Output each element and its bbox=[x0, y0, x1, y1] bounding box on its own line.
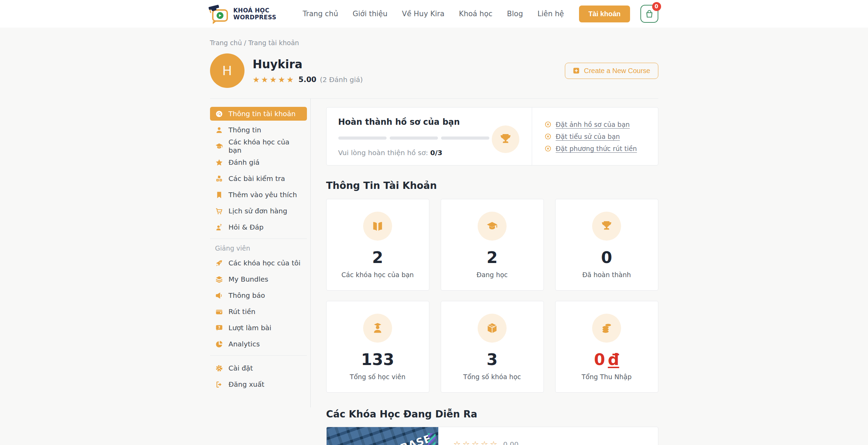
stat-label: Tổng số học viên bbox=[330, 373, 426, 381]
sidebar-item-settings[interactable]: Cài đặt bbox=[210, 361, 307, 375]
quiz-blocks-icon bbox=[215, 175, 223, 183]
completion-title: Hoàn thành hồ sơ của bạn bbox=[338, 117, 520, 127]
box-icon bbox=[478, 314, 507, 343]
ongoing-courses-title: Các Khóa Học Đang Diễn Ra bbox=[326, 408, 658, 420]
course-thumbnail[interactable]: DATABASE Khoá học Database WordPress Lập… bbox=[327, 427, 438, 445]
sidebar-item-label: Thêm vào yêu thích bbox=[229, 191, 297, 199]
shopping-bag-icon bbox=[645, 9, 654, 18]
layers-icon bbox=[215, 275, 223, 283]
breadcrumb: Trang chủ / Trang tài khoản bbox=[210, 39, 658, 47]
completion-note-text: Vui lòng hoàn thiện hồ sơ: bbox=[338, 149, 430, 157]
stat-card-total-courses: 3 Tổng số khóa học bbox=[441, 301, 544, 393]
profile-stars: ★★★★★ bbox=[253, 75, 295, 84]
set-bio-link[interactable]: Đặt tiểu sử của bạn bbox=[556, 133, 620, 140]
avatar: H bbox=[210, 53, 245, 88]
breadcrumb-home-link[interactable]: Trang chủ bbox=[210, 39, 242, 47]
logout-icon bbox=[215, 381, 223, 388]
profile-name: Huykira bbox=[253, 58, 363, 71]
stat-value: 0 bbox=[559, 248, 655, 267]
nav-item-ve-huy-kira[interactable]: Về Huy Kira bbox=[402, 10, 445, 18]
nav-item-home[interactable]: Trang chủ bbox=[303, 10, 338, 18]
logo-icon bbox=[210, 7, 229, 22]
account-info-title: Thông Tin Tài Khoản bbox=[326, 180, 658, 191]
stat-value: 133 bbox=[330, 350, 426, 369]
nav-item-about[interactable]: Giới thiệu bbox=[353, 10, 388, 18]
stats-grid: 2 Các khóa học của bạn 2 Đang học 0 Đã h… bbox=[326, 199, 658, 393]
sidebar-item-withdrawal[interactable]: Rút tiền bbox=[210, 305, 307, 318]
sidebar-item-dashboard[interactable]: Thông tin tài khoản bbox=[210, 107, 307, 121]
pie-chart-icon bbox=[215, 340, 223, 348]
sidebar-item-label: Analytics bbox=[229, 340, 260, 348]
sidebar-item-label: Thông tin bbox=[229, 126, 261, 134]
nav-item-contact[interactable]: Liên hệ bbox=[537, 10, 564, 18]
sidebar-item-attempts[interactable]: ? Lượt làm bài bbox=[210, 321, 307, 335]
create-course-label: Create a New Course bbox=[584, 67, 650, 75]
stat-label: Các khóa học của bạn bbox=[330, 271, 426, 279]
megaphone-icon bbox=[215, 292, 223, 300]
logo-text: KHOÁ HỌC WORDPRESS bbox=[233, 7, 277, 21]
checklist-item: Đặt ảnh hồ sơ của bạn bbox=[545, 121, 651, 128]
account-main: Hoàn thành hồ sơ của bạn Vui lòng hoàn t… bbox=[326, 99, 658, 445]
svg-text:?: ? bbox=[218, 325, 220, 329]
cart-button[interactable]: 0 bbox=[640, 5, 658, 23]
sidebar-item-my-bundles[interactable]: My Bundles bbox=[210, 272, 307, 286]
sidebar-section-instructor: Giảng viên bbox=[210, 244, 310, 252]
main-nav: Trang chủ Giới thiệu Về Huy Kira Khoá họ… bbox=[303, 10, 564, 18]
sidebar-item-your-courses[interactable]: Các khóa học của bạn bbox=[210, 139, 307, 153]
sidebar-item-label: Hỏi & Đáp bbox=[229, 223, 264, 231]
book-icon bbox=[363, 212, 392, 241]
svg-text:?: ? bbox=[220, 223, 222, 227]
progress-segment bbox=[338, 136, 387, 140]
sidebar-item-label: Lượt làm bài bbox=[229, 324, 271, 332]
user-icon bbox=[215, 126, 223, 134]
nav-item-blog[interactable]: Blog bbox=[507, 10, 523, 18]
breadcrumb-separator: / bbox=[244, 39, 246, 47]
thumbnail-accent bbox=[428, 433, 436, 445]
sidebar-item-info[interactable]: Thông tin bbox=[210, 123, 307, 137]
completion-checklist: Đặt ảnh hồ sơ của bạn Đặt tiểu sử của bạ… bbox=[532, 108, 658, 165]
header: KHOÁ HỌC WORDPRESS Trang chủ Giới thiệu … bbox=[0, 0, 868, 28]
sidebar-item-my-courses[interactable]: Các khóa học của tôi bbox=[210, 256, 307, 270]
sidebar-item-label: Các khóa học của bạn bbox=[229, 138, 302, 154]
wallet-icon bbox=[215, 308, 223, 316]
sidebar-divider bbox=[210, 239, 307, 239]
set-profile-photo-link[interactable]: Đặt ảnh hồ sơ của bạn bbox=[556, 121, 630, 128]
sidebar-item-wishlist[interactable]: Thêm vào yêu thích bbox=[210, 188, 307, 202]
sidebar-item-order-history[interactable]: Lịch sử đơn hàng bbox=[210, 204, 307, 218]
course-card: DATABASE Khoá học Database WordPress Lập… bbox=[326, 427, 658, 445]
play-icon bbox=[217, 12, 223, 19]
sidebar-item-label: Rút tiền bbox=[229, 307, 256, 316]
graduation-cap-icon bbox=[478, 212, 507, 241]
create-course-button[interactable]: Create a New Course bbox=[565, 63, 658, 79]
nav-item-courses[interactable]: Khoá học bbox=[459, 10, 492, 18]
account-button[interactable]: Tài khoản bbox=[579, 6, 630, 22]
bookmark-icon bbox=[215, 191, 223, 199]
gear-icon bbox=[215, 364, 223, 372]
stat-label: Đã hoàn thành bbox=[559, 271, 655, 279]
sidebar-item-label: My Bundles bbox=[229, 275, 269, 283]
stat-card-total-students: 133 Tổng số học viên bbox=[326, 301, 429, 393]
progress-segment bbox=[441, 136, 489, 140]
sidebar-item-qa[interactable]: ? Hỏi & Đáp bbox=[210, 220, 307, 234]
profile-rating-count: (2 Đánh giá) bbox=[320, 75, 363, 84]
profile-completion-card: Hoàn thành hồ sơ của bạn Vui lòng hoàn t… bbox=[326, 107, 658, 165]
sidebar-item-analytics[interactable]: Analytics bbox=[210, 337, 307, 351]
stat-label: Tổng số khóa học bbox=[445, 373, 540, 381]
sidebar-item-quizzes[interactable]: Các bài kiểm tra bbox=[210, 172, 307, 185]
circle-x-icon bbox=[545, 121, 551, 128]
tachometer-icon bbox=[215, 110, 223, 118]
set-withdrawal-method-link[interactable]: Đặt phương thức rút tiền bbox=[556, 145, 637, 152]
completion-note: Vui lòng hoàn thiện hồ sơ: 0/3 bbox=[338, 149, 520, 157]
sidebar-item-logout[interactable]: Đăng xuất bbox=[210, 377, 307, 391]
completion-note-count: 0/3 bbox=[430, 149, 442, 157]
progress-segment bbox=[390, 136, 438, 140]
account-sidebar: Thông tin tài khoản Thông tin Các khóa h… bbox=[210, 99, 311, 407]
sidebar-item-reviews[interactable]: Đánh giá bbox=[210, 155, 307, 169]
stat-card-total-income: 0đ Tổng Thu Nhập bbox=[555, 301, 658, 393]
site-logo[interactable]: KHOÁ HỌC WORDPRESS bbox=[210, 5, 277, 22]
cart-count-badge: 0 bbox=[652, 2, 661, 11]
sidebar-item-announcements[interactable]: Thông báo bbox=[210, 289, 307, 302]
checklist-item: Đặt tiểu sử của bạn bbox=[545, 133, 651, 140]
graduation-cap-icon bbox=[215, 142, 223, 150]
stat-value: 3 bbox=[445, 350, 540, 369]
